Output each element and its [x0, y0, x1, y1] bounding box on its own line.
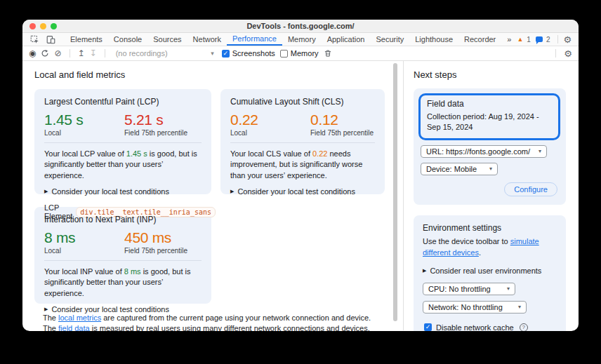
recordings-dropdown[interactable]: (no recordings) ▾	[113, 48, 217, 58]
disable-cache-label: Disable network cache	[436, 323, 514, 331]
tab-security[interactable]: Security	[370, 33, 409, 46]
window-title: DevTools - fonts.google.com/	[22, 22, 579, 30]
chevron-down-icon: ▾	[518, 304, 521, 310]
tab-recorder[interactable]: Recorder	[458, 33, 501, 46]
more-options-icon[interactable]: ⋮	[574, 34, 579, 44]
inp-card: Interaction to Next Paint (INP) 8 ms Loc…	[34, 207, 211, 304]
lcp-local-value: 1.45 s	[44, 112, 124, 128]
memory-checkbox[interactable]	[280, 50, 288, 58]
cls-field-value: 0.12	[310, 112, 374, 128]
configure-button[interactable]: Configure	[504, 182, 557, 196]
environments-consider-disclosure[interactable]: ▶ Consider real user environments	[423, 267, 557, 275]
cls-card: Cumulative Layout Shift (CLS) 0.22 Local…	[220, 89, 385, 194]
lcp-consider-disclosure[interactable]: ▶ Consider your local test conditions	[44, 187, 202, 196]
footnote-line-1: The local metrics are captured from the …	[43, 313, 385, 323]
chevron-down-icon: ▾	[211, 50, 214, 57]
tab-network[interactable]: Network	[187, 33, 227, 46]
disclosure-triangle-icon: ▶	[44, 189, 48, 194]
memory-checkbox-row[interactable]: Memory	[280, 49, 319, 58]
tab-console[interactable]: Console	[108, 33, 147, 46]
divider	[230, 142, 375, 143]
cls-local-value: 0.22	[230, 112, 310, 128]
field-data-title: Field data	[427, 99, 552, 109]
tab-performance[interactable]: Performance	[227, 33, 282, 46]
desktop-background: DevTools - fonts.google.com/ Elements Co…	[0, 0, 601, 364]
lcp-field-value: 5.21 s	[124, 112, 187, 128]
cls-consider-disclosure[interactable]: ▶ Consider your local test conditions	[230, 187, 375, 196]
record-icon[interactable]: ◉	[29, 48, 36, 58]
inspect-element-icon[interactable]	[27, 33, 43, 46]
screenshots-label: Screenshots	[232, 49, 275, 58]
inp-local-value: 8 ms	[44, 229, 124, 246]
environment-description: Use the device toolbar to simulate diffe…	[423, 236, 557, 259]
device-dropdown[interactable]: Device: Mobile ▾	[421, 163, 498, 175]
clear-icon[interactable]: ⊘	[54, 48, 61, 58]
lcp-description: Your local LCP value of 1.45 s is good, …	[44, 149, 202, 181]
lcp-card: Largest Contentful Paint (LCP) 1.45 s Lo…	[34, 89, 211, 194]
screenshots-checkbox[interactable]: ✓	[222, 50, 230, 58]
cpu-throttling-dropdown[interactable]: CPU: No throttling ▾	[423, 283, 515, 295]
cls-description: Your local CLS value of 0.22 needs impro…	[230, 149, 375, 181]
inp-field-label: Field 75th percentile	[124, 247, 187, 255]
local-metrics-link[interactable]: local metrics	[58, 314, 101, 322]
inp-local-label: Local	[44, 247, 124, 255]
screenshots-checkbox-row[interactable]: ✓ Screenshots	[222, 49, 275, 58]
disclosure-triangle-icon: ▶	[230, 189, 234, 194]
inp-field-value: 450 ms	[124, 229, 187, 246]
devtools-window: DevTools - fonts.google.com/ Elements Co…	[22, 20, 579, 331]
help-icon[interactable]: ?	[520, 323, 528, 331]
environment-settings-card: Environment settings Use the device tool…	[414, 215, 566, 331]
divider	[44, 142, 202, 143]
metrics-main-column: Local and field metrics Largest Contentf…	[22, 61, 403, 330]
divider	[557, 35, 558, 43]
cls-card-title: Cumulative Layout Shift (CLS)	[230, 97, 375, 107]
panel-settings-gear-icon[interactable]: ⚙	[564, 48, 572, 59]
inp-description: Your local INP value of 8 ms is good, bu…	[44, 267, 202, 299]
settings-gear-icon[interactable]: ⚙	[563, 34, 572, 45]
tab-sources[interactable]: Sources	[147, 33, 187, 46]
cls-field-label: Field 75th percentile	[310, 129, 374, 137]
warning-count: 1	[527, 36, 531, 43]
network-throttling-value: Network: No throttling	[428, 303, 503, 311]
chevron-down-icon: ▾	[539, 148, 541, 154]
chevron-down-icon: ▾	[489, 166, 492, 172]
tab-application[interactable]: Application	[322, 33, 371, 46]
divider	[70, 49, 70, 58]
divider	[44, 260, 202, 261]
divider	[105, 49, 105, 58]
lcp-field-label: Field 75th percentile	[124, 129, 187, 137]
chevron-down-icon: ▾	[507, 285, 510, 292]
devtools-tab-bar: Elements Console Sources Network Perform…	[22, 33, 579, 46]
save-profile-icon[interactable]: ↧	[90, 48, 97, 58]
url-dropdown-value: URL: https://fonts.google.com/	[426, 147, 530, 156]
disable-cache-checkbox[interactable]: ✓	[424, 323, 432, 331]
field-data-link[interactable]: field data	[58, 324, 90, 331]
url-dropdown[interactable]: URL: https://fonts.google.com/ ▾	[421, 145, 547, 158]
device-dropdown-value: Device: Mobile	[426, 165, 477, 173]
collect-garbage-icon[interactable]	[324, 49, 332, 58]
issues-bubble-icon[interactable]	[536, 36, 543, 42]
recordings-dropdown-value: (no recordings)	[116, 49, 168, 58]
lcp-local-label: Local	[44, 129, 124, 137]
lcp-card-title: Largest Contentful Paint (LCP)	[44, 97, 202, 107]
memory-label: Memory	[291, 49, 319, 58]
device-toolbar-icon[interactable]	[43, 33, 59, 46]
tab-memory[interactable]: Memory	[282, 33, 322, 46]
footnote-line-2: The field data is measured by real users…	[43, 323, 385, 331]
disable-cache-row[interactable]: ✓ Disable network cache ?	[423, 323, 557, 331]
cls-local-label: Local	[230, 129, 310, 137]
vertical-scrollbar[interactable]	[393, 63, 397, 321]
panel-content: Local and field metrics Largest Contentf…	[22, 61, 579, 330]
network-throttling-dropdown[interactable]: Network: No throttling ▾	[423, 301, 527, 314]
collection-period: Collection period: Aug 19, 2024 - Sep 15…	[427, 112, 552, 133]
warning-icon[interactable]: ▲	[517, 36, 523, 43]
disclosure-triangle-icon: ▶	[44, 306, 48, 312]
field-data-card: Field data Collection period: Aug 19, 20…	[414, 88, 566, 205]
load-profile-icon[interactable]: ↥	[78, 48, 85, 58]
more-tabs-chevron-icon[interactable]: »	[501, 33, 517, 46]
reload-and-record-icon[interactable]	[41, 49, 49, 58]
divider	[555, 49, 556, 58]
page-title: Local and field metrics	[34, 69, 385, 80]
tab-elements[interactable]: Elements	[65, 33, 108, 46]
tab-lighthouse[interactable]: Lighthouse	[409, 33, 458, 46]
